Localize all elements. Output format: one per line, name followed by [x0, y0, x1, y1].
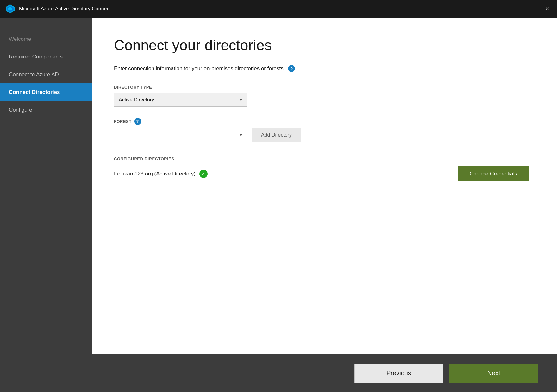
app-logo — [5, 4, 15, 14]
forest-section: FOREST ? ▼ Add Directory — [114, 118, 535, 142]
sidebar-item-connect-azure-ad[interactable]: Connect to Azure AD — [0, 66, 92, 83]
forest-input-wrapper: ▼ — [114, 128, 247, 142]
forest-label: FOREST ? — [114, 118, 535, 125]
directory-type-select[interactable]: Active Directory LDAP Directory — [114, 93, 247, 107]
add-directory-button[interactable]: Add Directory — [252, 128, 301, 142]
directory-type-select-wrapper: Active Directory LDAP Directory ▼ — [114, 93, 247, 107]
page-title: Connect your directories — [114, 37, 535, 54]
description-text: Enter connection information for your on… — [114, 65, 285, 72]
sidebar-item-required-components[interactable]: Required Components — [0, 48, 92, 66]
close-button[interactable]: ✕ — [543, 5, 552, 13]
minimize-button[interactable]: ─ — [528, 5, 536, 13]
sidebar: Welcome Required Components Connect to A… — [0, 18, 92, 354]
directory-type-section: DIRECTORY TYPE Active Directory LDAP Dir… — [114, 85, 535, 107]
sidebar-item-connect-directories[interactable]: Connect Directories — [0, 83, 92, 101]
app-title: Microsoft Azure Active Directory Connect — [19, 6, 528, 12]
window-controls: ─ ✕ — [528, 5, 552, 13]
configured-directories-row: fabrikam123.org (Active Directory) ✓ Cha… — [114, 166, 535, 181]
sidebar-item-welcome[interactable]: Welcome — [0, 30, 92, 48]
configured-directories-section: CONFIGURED DIRECTORIES fabrikam123.org (… — [114, 156, 535, 181]
description-help-icon[interactable]: ? — [288, 65, 295, 72]
configured-entry: fabrikam123.org (Active Directory) ✓ — [114, 170, 208, 178]
app-body: Welcome Required Components Connect to A… — [0, 18, 557, 354]
previous-button[interactable]: Previous — [354, 364, 443, 383]
sidebar-item-configure[interactable]: Configure — [0, 101, 92, 119]
footer: Previous Next — [0, 354, 557, 392]
next-button[interactable]: Next — [449, 364, 538, 383]
content-area: Connect your directories Enter connectio… — [92, 18, 557, 354]
forest-input[interactable] — [114, 128, 247, 142]
description-row: Enter connection information for your on… — [114, 65, 535, 72]
forest-help-icon[interactable]: ? — [134, 118, 141, 125]
configured-directories-label: CONFIGURED DIRECTORIES — [114, 156, 535, 161]
configured-entry-text: fabrikam123.org (Active Directory) — [114, 171, 196, 177]
title-bar: Microsoft Azure Active Directory Connect… — [0, 0, 557, 18]
directory-type-label: DIRECTORY TYPE — [114, 85, 535, 89]
change-credentials-button[interactable]: Change Credentials — [458, 166, 529, 181]
forest-row: ▼ Add Directory — [114, 128, 535, 142]
success-check-icon: ✓ — [199, 170, 208, 178]
